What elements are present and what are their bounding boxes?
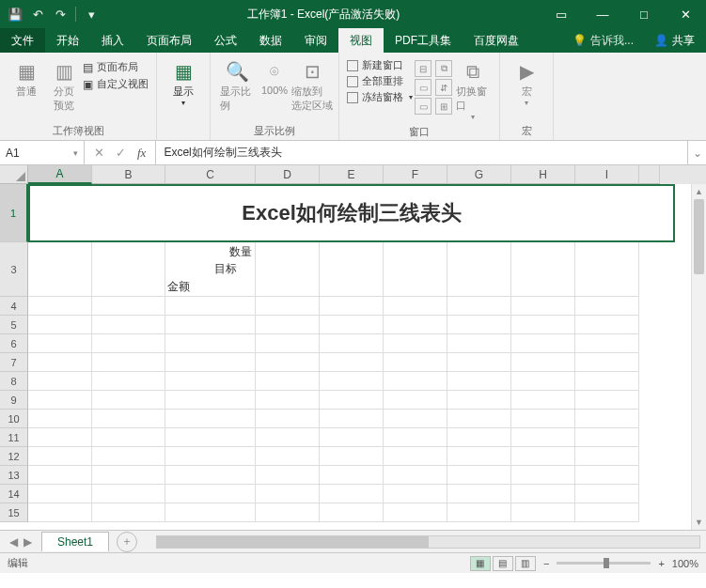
cell[interactable] [92, 391, 165, 410]
cell[interactable] [575, 428, 639, 447]
cell[interactable] [511, 503, 575, 522]
page-layout-shortcut[interactable]: ▤ [493, 556, 513, 571]
grid-rows[interactable]: 1 3 456789101112131415 Excel如何绘制三线表头 数量 … [0, 184, 706, 530]
cell[interactable] [92, 447, 165, 466]
cell[interactable] [92, 334, 165, 353]
zoom-button[interactable]: 🔍显示比例 [218, 56, 256, 115]
redo-icon[interactable]: ↷ [53, 7, 68, 22]
cell[interactable] [320, 466, 384, 485]
cell[interactable] [447, 466, 511, 485]
cell[interactable] [165, 353, 256, 372]
cell[interactable] [575, 485, 639, 503]
scroll-down-icon[interactable]: ▼ [692, 515, 706, 530]
cell[interactable] [447, 428, 511, 447]
page-layout-check[interactable]: ▤页面布局 [83, 60, 149, 74]
cell[interactable] [165, 372, 256, 391]
cell[interactable] [256, 316, 320, 334]
cell[interactable] [320, 391, 384, 410]
cell[interactable] [320, 410, 384, 428]
split-button[interactable]: ⊟ [415, 60, 431, 77]
scroll-up-icon[interactable]: ▲ [692, 184, 706, 199]
unhide-button[interactable]: ▭ [415, 98, 431, 115]
cell[interactable] [256, 485, 320, 503]
cell[interactable] [511, 391, 575, 410]
col-header-G[interactable]: G [447, 165, 511, 184]
cell[interactable] [575, 466, 639, 485]
col-header-A[interactable]: A [28, 165, 92, 184]
cell[interactable] [575, 353, 639, 372]
cell[interactable] [165, 297, 256, 316]
zoom-level[interactable]: 100% [672, 558, 698, 569]
row-header[interactable]: 8 [0, 372, 28, 391]
cell[interactable] [575, 503, 639, 522]
cell[interactable] [511, 410, 575, 428]
cell[interactable] [256, 353, 320, 372]
tab-file[interactable]: 文件 [0, 28, 45, 53]
close-icon[interactable]: ✕ [665, 0, 706, 28]
cell[interactable] [256, 428, 320, 447]
sheet-tab-1[interactable]: Sheet1 [41, 532, 109, 551]
row-header[interactable]: 12 [0, 447, 28, 466]
cell[interactable] [165, 334, 256, 353]
cell[interactable] [256, 466, 320, 485]
cell[interactable] [511, 242, 575, 297]
cell[interactable] [447, 353, 511, 372]
cell[interactable] [92, 503, 165, 522]
add-sheet-button[interactable]: ＋ [117, 532, 137, 552]
cell[interactable] [320, 316, 384, 334]
cell[interactable] [511, 447, 575, 466]
cell[interactable] [447, 410, 511, 428]
cell[interactable] [92, 410, 165, 428]
cell[interactable] [511, 485, 575, 503]
cell[interactable] [575, 447, 639, 466]
tab-formulas[interactable]: 公式 [203, 28, 248, 53]
row-header[interactable]: 11 [0, 428, 28, 447]
zoom-slider[interactable] [557, 562, 651, 565]
sheet-prev-icon[interactable]: ◀ [9, 535, 18, 549]
cell[interactable] [165, 503, 256, 522]
col-header-C[interactable]: C [165, 165, 256, 184]
cell[interactable] [575, 242, 639, 297]
row-header[interactable]: 9 [0, 391, 28, 410]
page-break-button[interactable]: ▥分页 预览 [45, 56, 83, 115]
cell[interactable] [384, 316, 447, 334]
cell[interactable] [575, 297, 639, 316]
name-box[interactable]: A1▾ [0, 141, 85, 164]
cell[interactable] [28, 428, 92, 447]
cell[interactable] [92, 353, 165, 372]
cell[interactable] [384, 334, 447, 353]
qat-customize-icon[interactable]: ▾ [84, 7, 99, 22]
cell[interactable] [320, 297, 384, 316]
cell[interactable] [447, 334, 511, 353]
tab-home[interactable]: 开始 [45, 28, 90, 53]
expand-formula-bar[interactable]: ⌄ [687, 141, 706, 164]
cell[interactable] [28, 503, 92, 522]
formula-input[interactable]: Excel如何绘制三线表头 [156, 141, 687, 164]
horizontal-scrollbar[interactable] [156, 535, 700, 549]
cell[interactable] [320, 372, 384, 391]
normal-view-shortcut[interactable]: ▦ [470, 556, 491, 571]
cell[interactable] [320, 503, 384, 522]
arrange-all-button[interactable]: 全部重排 [347, 74, 413, 88]
cell[interactable] [320, 428, 384, 447]
scroll-thumb[interactable] [694, 199, 704, 274]
cell[interactable] [384, 391, 447, 410]
cell[interactable] [92, 428, 165, 447]
freeze-panes-button[interactable]: 冻结窗格▾ [347, 90, 413, 104]
cell[interactable] [320, 447, 384, 466]
cell[interactable] [511, 316, 575, 334]
cell[interactable] [384, 503, 447, 522]
cell[interactable] [256, 334, 320, 353]
cell[interactable] [384, 353, 447, 372]
cell[interactable] [447, 297, 511, 316]
cell[interactable] [28, 410, 92, 428]
cell[interactable] [511, 334, 575, 353]
row-header[interactable]: 6 [0, 334, 28, 353]
cell[interactable] [384, 466, 447, 485]
row-header[interactable]: 15 [0, 503, 28, 522]
save-icon[interactable]: 💾 [8, 7, 23, 22]
cell[interactable] [575, 334, 639, 353]
cell[interactable] [511, 297, 575, 316]
cell[interactable] [511, 428, 575, 447]
row-header[interactable]: 14 [0, 485, 28, 503]
